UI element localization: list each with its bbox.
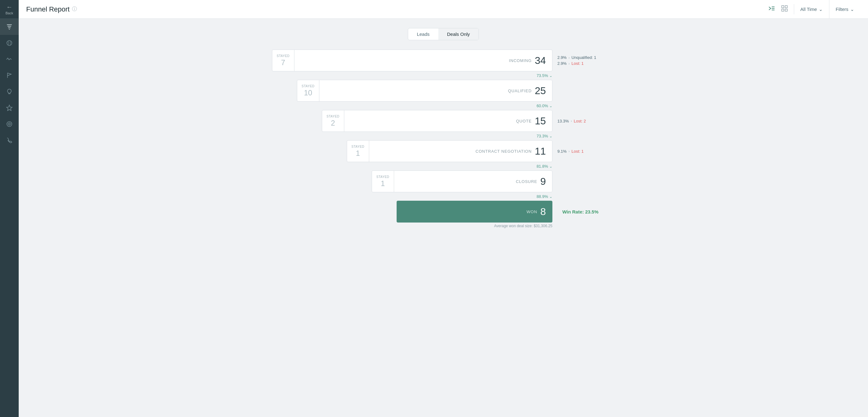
side-stats-won: Win Rate: 23.5%: [552, 209, 615, 214]
list-view-icon[interactable]: [767, 4, 776, 14]
svg-point-4: [7, 40, 12, 46]
funnel-row-closure: STAYED 1 CLOSURE 9: [272, 171, 615, 192]
side-stat-lost-quote: 13.3% › Lost: 2: [557, 119, 615, 123]
conversion-pct-qualified: 60.0%: [536, 103, 548, 108]
side-stats-contract: 9.1% › Lost: 1: [552, 149, 615, 154]
stayed-contract: STAYED 1: [347, 141, 369, 162]
grid-view-icon[interactable]: [780, 4, 789, 14]
svg-point-7: [8, 43, 9, 44]
sidebar-item-target[interactable]: [0, 116, 19, 132]
stayed-quote: STAYED 2: [322, 110, 344, 131]
funnel-row-won: WON 8 Win Rate: 23.5%: [272, 201, 615, 222]
back-arrow-icon: ←: [6, 3, 12, 10]
page-title-area: Funnel Report ⓘ: [26, 5, 767, 13]
stage-info-won: WON 8: [397, 201, 552, 222]
sidebar-item-funnel[interactable]: [0, 19, 19, 35]
stage-info-quote: QUOTE 15: [344, 110, 552, 131]
svg-rect-20: [785, 9, 787, 11]
phone-sidebar-icon: [6, 137, 13, 144]
stayed-closure: STAYED 1: [372, 171, 394, 192]
sidebar-item-phone[interactable]: [0, 132, 19, 148]
filters-label: Filters: [836, 6, 848, 12]
palette-sidebar-icon: [6, 39, 13, 47]
conversion-pct-contract: 81.8%: [536, 164, 548, 169]
conversion-pct-quote: 73.3%: [536, 134, 548, 138]
header-actions: All Time ⌄ Filters ⌄: [767, 0, 861, 19]
target-sidebar-icon: [6, 121, 13, 127]
view-toggle: [767, 4, 794, 14]
conversion-pct-closure: 88.9%: [536, 194, 548, 199]
tab-deals-only[interactable]: Deals Only: [438, 28, 478, 40]
side-stat-lost-incoming: 2.9% › Lost: 1: [557, 61, 615, 66]
tab-leads[interactable]: Leads: [408, 28, 438, 40]
star-sidebar-icon: [6, 105, 13, 111]
header: Funnel Report ⓘ: [19, 0, 868, 19]
side-stats-quote: 13.3% › Lost: 2: [552, 119, 615, 123]
stage-info-incoming: INCOMING 34: [294, 50, 552, 71]
stage-info-contract: CONTRACT NEGOTIATION 11: [369, 141, 552, 162]
side-stat-lost-contract: 9.1% › Lost: 1: [557, 149, 615, 154]
content-area: Leads Deals Only STAYED 7 INCOMING 34: [19, 19, 868, 417]
conversion-pct-incoming: 73.5%: [536, 73, 548, 78]
svg-rect-18: [785, 6, 787, 8]
side-stat-unqualified: 2.9% › Unqualified: 1: [557, 55, 615, 60]
time-filter[interactable]: All Time ⌄: [794, 0, 829, 19]
svg-point-8: [10, 43, 11, 44]
svg-point-5: [8, 42, 9, 43]
sidebar-item-star[interactable]: [0, 100, 19, 116]
svg-marker-10: [6, 105, 12, 111]
svg-rect-19: [782, 9, 784, 11]
funnel-row-quote: STAYED 2 QUOTE 15 13.3% › Lost: 2: [272, 110, 615, 132]
conversion-quote: 73.3% ⌄: [272, 132, 615, 140]
funnel-chart: STAYED 7 INCOMING 34 2.9% › Unqualified:…: [272, 50, 615, 228]
sidebar-item-flag[interactable]: [0, 67, 19, 84]
stage-info-qualified: QUALIFIED 25: [319, 80, 552, 101]
funnel-row-incoming: STAYED 7 INCOMING 34 2.9% › Unqualified:…: [272, 50, 615, 71]
stayed-qualified: STAYED 10: [297, 80, 319, 101]
activity-sidebar-icon: [6, 56, 13, 63]
time-filter-chevron: ⌄: [819, 6, 823, 12]
stayed-incoming: STAYED 7: [272, 50, 294, 71]
sidebar: ← Back: [0, 0, 19, 417]
svg-rect-0: [7, 24, 12, 25]
main-content: Funnel Report ⓘ: [19, 0, 868, 417]
back-label: Back: [6, 11, 13, 15]
page-title: Funnel Report: [26, 5, 69, 13]
conversion-closure: 88.9% ⌄: [272, 192, 615, 201]
funnel-row-qualified: STAYED 10 QUALIFIED 25: [272, 80, 615, 101]
time-filter-label: All Time: [800, 6, 817, 12]
svg-rect-2: [8, 27, 10, 28]
filters-chevron: ⌄: [850, 6, 854, 12]
sidebar-item-lightbulb[interactable]: [0, 84, 19, 100]
average-deal-size: Average won deal size: $31,306.25: [272, 224, 615, 228]
conversion-qualified: 60.0% ⌄: [272, 101, 615, 110]
lightbulb-sidebar-icon: [6, 88, 13, 95]
view-tabs: Leads Deals Only: [408, 28, 479, 40]
stage-quote[interactable]: STAYED 2 QUOTE 15: [322, 110, 552, 132]
win-rate: Win Rate: 23.5%: [557, 209, 615, 214]
stage-contract[interactable]: STAYED 1 CONTRACT NEGOTIATION 11: [347, 140, 552, 162]
stage-incoming[interactable]: STAYED 7 INCOMING 34: [272, 50, 552, 71]
svg-rect-17: [782, 6, 784, 8]
info-icon[interactable]: ⓘ: [72, 6, 77, 12]
conversion-incoming: 73.5% ⌄: [272, 71, 615, 80]
back-button[interactable]: ← Back: [0, 0, 19, 19]
stage-qualified[interactable]: STAYED 10 QUALIFIED 25: [297, 80, 552, 101]
svg-point-13: [9, 124, 10, 125]
svg-rect-1: [7, 26, 11, 27]
funnel-row-contract: STAYED 1 CONTRACT NEGOTIATION 11 9.1% › …: [272, 140, 615, 162]
svg-rect-3: [9, 29, 10, 30]
svg-point-6: [10, 42, 11, 43]
side-stats-incoming: 2.9% › Unqualified: 1 2.9% › Lost: 1: [552, 55, 615, 66]
sidebar-item-palette[interactable]: [0, 35, 19, 51]
flag-sidebar-icon: [6, 72, 13, 79]
sidebar-item-activity[interactable]: [0, 51, 19, 67]
stage-won[interactable]: WON 8: [397, 201, 552, 222]
conversion-contract: 81.8% ⌄: [272, 162, 615, 171]
stage-info-closure: CLOSURE 9: [394, 171, 552, 192]
funnel-sidebar-icon: [6, 23, 13, 30]
filters-button[interactable]: Filters ⌄: [829, 0, 861, 19]
stage-closure[interactable]: STAYED 1 CLOSURE 9: [372, 171, 552, 192]
